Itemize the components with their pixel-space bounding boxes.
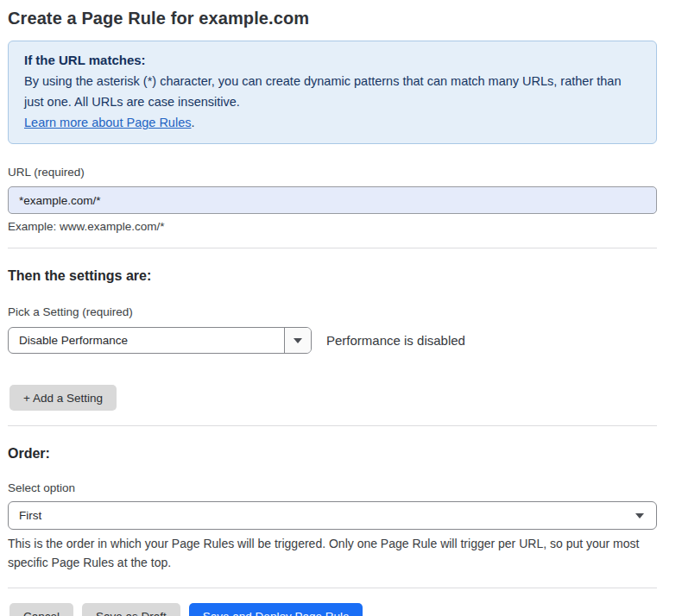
- pick-setting-label: Pick a Setting (required): [8, 305, 657, 319]
- setting-row: Disable Performance Performance is disab…: [8, 327, 657, 354]
- url-field-label: URL (required): [8, 166, 657, 179]
- settings-section-heading: Then the settings are:: [8, 267, 657, 284]
- divider: [8, 425, 657, 426]
- info-box-body: By using the asterisk (*) character, you…: [24, 71, 641, 112]
- add-setting-button[interactable]: + Add a Setting: [9, 385, 117, 411]
- caret-down-icon: [635, 513, 644, 519]
- info-box-heading: If the URL matches:: [24, 50, 641, 71]
- setting-dropdown-arrow-button[interactable]: [284, 328, 311, 353]
- page-rule-form: Create a Page Rule for example.com If th…: [0, 0, 682, 616]
- setting-dropdown-value: Disable Performance: [9, 328, 284, 353]
- setting-status-text: Performance is disabled: [326, 333, 465, 348]
- order-select[interactable]: First: [8, 501, 657, 530]
- save-as-draft-button[interactable]: Save as Draft: [82, 603, 180, 616]
- divider: [8, 248, 657, 248]
- setting-dropdown[interactable]: Disable Performance: [8, 327, 312, 354]
- cancel-button[interactable]: Cancel: [9, 603, 73, 616]
- order-select-value: First: [19, 509, 41, 522]
- learn-more-link[interactable]: Learn more about Page Rules: [24, 116, 191, 129]
- page-title: Create a Page Rule for example.com: [8, 8, 657, 28]
- info-box-link-line: Learn more about Page Rules.: [24, 112, 641, 133]
- link-suffix: .: [191, 116, 194, 129]
- divider: [8, 588, 657, 588]
- url-example-text: Example: www.example.com/*: [8, 220, 657, 233]
- save-and-deploy-button[interactable]: Save and Deploy Page Rule: [189, 603, 363, 616]
- url-input[interactable]: [8, 186, 657, 214]
- form-actions: Cancel Save as Draft Save and Deploy Pag…: [9, 603, 657, 616]
- order-select-label: Select option: [8, 481, 657, 495]
- order-section-heading: Order:: [8, 445, 657, 462]
- order-help-text: This is the order in which your Page Rul…: [8, 534, 647, 572]
- caret-down-icon: [294, 338, 302, 343]
- url-match-info-box: If the URL matches: By using the asteris…: [8, 41, 657, 144]
